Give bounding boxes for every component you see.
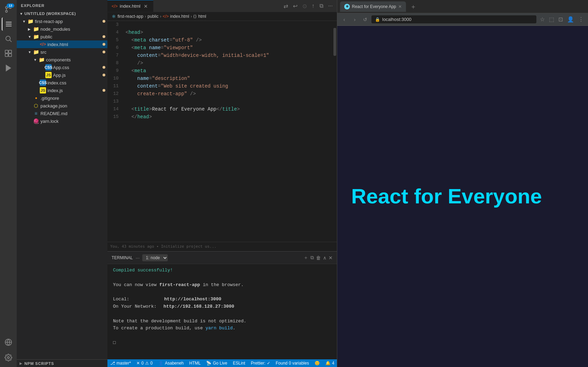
terminal-split-icon[interactable]: ⧉ [310, 255, 314, 261]
split-editor-icon[interactable]: ⧉ [318, 2, 325, 10]
svg-line-6 [10, 40, 12, 42]
sidebar-item-index-js[interactable]: ▶ JS index.js [17, 87, 107, 94]
status-prettier[interactable]: Prettier: ✓ [248, 359, 273, 367]
browser-refresh-btn[interactable]: ↺ [361, 15, 369, 24]
status-notifications[interactable]: 🔔 4 [323, 359, 337, 367]
bell-icon: 🔔 [325, 361, 331, 366]
search-icon[interactable] [2, 32, 15, 45]
browser-back-btn[interactable]: ‹ [340, 15, 348, 24]
sidebar-item-src[interactable]: ▼ 📁 src [17, 48, 107, 56]
workspace-root[interactable]: ▼ UNTITLED (WORKSPACE) [17, 10, 107, 17]
breadcrumb-first-react-app[interactable]: first-react-app [118, 14, 143, 19]
settings-icon[interactable] [2, 351, 15, 364]
forward-icon[interactable]: ⊙ [301, 2, 308, 10]
browser-forward-btn[interactable]: › [350, 15, 359, 24]
terminal-blank-2 [113, 289, 331, 296]
code-line-9: <meta [126, 67, 333, 75]
sidebar-item-app-css[interactable]: ▶ CSS App.css [17, 63, 107, 71]
terminal-content[interactable]: Compiled successfully! You can now view … [107, 264, 337, 359]
tab-index-html[interactable]: </> index.html ✕ [107, 0, 153, 12]
tab-bar: </> index.html ✕ ⇄ ↩ ⊙ ↑ ⧉ ··· [107, 0, 337, 12]
terminal-collapse-icon[interactable]: ∧ [323, 255, 326, 261]
browser-zoom-icon[interactable]: ⬚ [548, 15, 556, 23]
terminal-header-actions: ··· [136, 255, 140, 261]
breadcrumb-html-icon: </> [163, 14, 168, 19]
go-to-icon[interactable]: ↑ [310, 2, 316, 10]
browser-toolbar: ‹ › ↺ 🔒 localhost:3000 ☆ ⬚ ⊡ 👤 ⋮ [337, 13, 588, 26]
workspace-arrow: ▼ [20, 12, 24, 16]
browser-menu-icon[interactable]: ⋮ [577, 15, 585, 23]
sidebar-item-app-js[interactable]: ▶ JS App.js [17, 71, 107, 79]
sidebar-item-index-css[interactable]: ▶ CSS index.css [17, 79, 107, 87]
status-author[interactable]: 👤 Asabeneh [156, 359, 187, 367]
code-line-5: <meta charset="utf-8" /> [126, 36, 333, 44]
status-language[interactable]: HTML [187, 359, 204, 367]
status-golive[interactable]: 📡 Go Live [203, 359, 230, 367]
status-eslint[interactable]: ESLint [230, 359, 248, 367]
sidebar-item-components[interactable]: ▼ 📁 components [17, 56, 107, 63]
app-js-label: App.js [53, 73, 103, 78]
sidebar-item-readme[interactable]: ▶ ≡ README.md [17, 110, 107, 117]
app-css-icon: CSS [45, 64, 52, 70]
code-line-12: create-react-app" /> [126, 90, 333, 98]
terminal-more-icon[interactable]: ··· [136, 255, 140, 261]
code-lines[interactable]: <head> <meta charset="utf-8" /> <meta na… [123, 21, 333, 242]
terminal-tab-label[interactable]: TERMINAL [112, 255, 133, 260]
sidebar-item-package-json[interactable]: ▶ ⬡ package.json [17, 102, 107, 110]
sidebar-item-yarn-lock[interactable]: ▶ 🧶 yarn.lock [17, 117, 107, 125]
breadcrumb-sep-2: › [160, 14, 161, 19]
public-modified-badge [103, 35, 105, 38]
status-variables[interactable]: Found 0 variables [273, 359, 312, 367]
tab-close-button[interactable]: ✕ [143, 3, 149, 9]
warning-count: 0 [150, 361, 153, 366]
browser-url-bar[interactable]: 🔒 localhost:3000 [371, 15, 536, 23]
components-arrow: ▼ [33, 58, 38, 62]
terminal-add-icon[interactable]: ＋ [303, 255, 308, 261]
sidebar-item-public[interactable]: ▼ 📁 public [17, 33, 107, 40]
sidebar-header: EXPLORER [17, 0, 107, 10]
status-branch[interactable]: ⎇ master* [107, 359, 134, 367]
browser-panel: ⚛ React for Everyone App ✕ ＋ ‹ › ↺ 🔒 loc… [337, 0, 588, 367]
breadcrumb-html-tag[interactable]: html [198, 14, 206, 19]
explorer-icon[interactable] [2, 17, 15, 31]
svg-rect-10 [9, 54, 12, 57]
remote-icon[interactable] [2, 336, 15, 349]
browser-url-lock-icon: 🔒 [375, 17, 380, 22]
browser-cast-icon[interactable]: ⊡ [557, 15, 564, 23]
terminal-blank-4 [113, 332, 331, 339]
extensions-icon[interactable] [2, 47, 15, 60]
terminal-shell-select[interactable]: 1: node [142, 254, 168, 261]
status-errors[interactable]: ✕ 0 ⚠ 0 [134, 359, 155, 367]
emoji-icon: 😊 [315, 361, 320, 366]
editor-scrollbar[interactable] [333, 21, 337, 242]
browser-new-tab-btn[interactable]: ＋ [408, 2, 419, 12]
sidebar-item-index-html[interactable]: ▶ </> index.html [17, 40, 107, 48]
status-emoji[interactable]: 😊 [312, 359, 323, 367]
index-html-icon: </> [40, 41, 46, 47]
back-icon[interactable]: ↩ [292, 2, 299, 10]
sidebar-item-node-modules[interactable]: ▶ 📁 node_modules [17, 25, 107, 33]
breadcrumb-public[interactable]: public [148, 14, 158, 19]
app-container: EXPLORER ▼ UNTITLED (WORKSPACE) ▼ 📁 firs… [0, 0, 588, 367]
browser-tab-close[interactable]: ✕ [398, 4, 402, 9]
breadcrumb-index-html[interactable]: index.html [170, 14, 189, 19]
compare-icon[interactable]: ⇄ [282, 2, 289, 10]
index-css-icon: CSS [40, 80, 46, 86]
svg-point-1 [9, 7, 12, 9]
npm-scripts-label: NPM SCRIPTS [24, 361, 54, 366]
source-control-icon[interactable] [2, 3, 15, 16]
browser-account-icon[interactable]: 👤 [566, 15, 575, 23]
browser-tab[interactable]: ⚛ React for Everyone App ✕ [340, 1, 406, 12]
terminal-trash-icon[interactable]: 🗑 [316, 255, 321, 261]
terminal-close-icon[interactable]: ✕ [329, 255, 333, 261]
public-icon: 📁 [33, 33, 39, 40]
tab-index-html-label: index.html [120, 3, 140, 9]
svg-rect-7 [5, 50, 8, 53]
sidebar-item-gitignore[interactable]: ▶ 🔸 .gitignore [17, 94, 107, 102]
run-icon[interactable] [2, 61, 15, 75]
more-actions-icon[interactable]: ··· [327, 2, 334, 10]
tab-actions: ⇄ ↩ ⊙ ↑ ⧉ ··· [279, 0, 337, 12]
npm-scripts-section[interactable]: ▶ NPM SCRIPTS [17, 359, 107, 367]
sidebar-item-root-folder[interactable]: ▼ 📁 first-react-app [17, 17, 107, 25]
browser-bookmark-icon[interactable]: ☆ [538, 15, 546, 23]
